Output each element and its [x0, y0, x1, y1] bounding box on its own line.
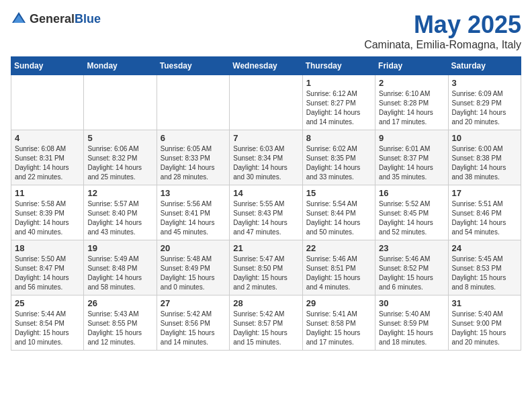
day-info: Sunrise: 5:58 AM Sunset: 8:39 PM Dayligh… — [15, 199, 80, 237]
calendar-cell: 31Sunrise: 5:40 AM Sunset: 9:00 PM Dayli… — [448, 295, 521, 351]
calendar-cell: 24Sunrise: 5:45 AM Sunset: 8:53 PM Dayli… — [448, 240, 521, 295]
weekday-header-monday: Monday — [84, 57, 157, 75]
calendar-cell — [230, 75, 302, 130]
day-info: Sunrise: 5:51 AM Sunset: 8:46 PM Dayligh… — [452, 199, 517, 237]
day-number: 3 — [452, 78, 517, 88]
weekday-header-saturday: Saturday — [448, 57, 521, 75]
day-number: 18 — [15, 243, 80, 253]
logo-general-text: General — [30, 12, 75, 26]
day-number: 21 — [233, 243, 298, 253]
day-info: Sunrise: 5:40 AM Sunset: 8:59 PM Dayligh… — [379, 310, 444, 347]
day-info: Sunrise: 5:40 AM Sunset: 9:00 PM Dayligh… — [452, 310, 517, 347]
calendar-cell: 4Sunrise: 6:08 AM Sunset: 8:31 PM Daylig… — [11, 130, 84, 185]
calendar-cell — [84, 75, 157, 130]
calendar-cell: 9Sunrise: 6:01 AM Sunset: 8:37 PM Daylig… — [375, 130, 448, 185]
weekday-header-row: SundayMondayTuesdayWednesdayThursdayFrid… — [11, 57, 521, 75]
day-info: Sunrise: 5:48 AM Sunset: 8:49 PM Dayligh… — [161, 255, 226, 292]
day-number: 6 — [161, 133, 226, 143]
day-info: Sunrise: 6:03 AM Sunset: 8:34 PM Dayligh… — [233, 144, 298, 182]
calendar-cell: 20Sunrise: 5:48 AM Sunset: 8:49 PM Dayli… — [157, 240, 229, 295]
calendar-week-row: 4Sunrise: 6:08 AM Sunset: 8:31 PM Daylig… — [11, 130, 521, 185]
day-number: 20 — [161, 243, 226, 253]
calendar-cell: 27Sunrise: 5:42 AM Sunset: 8:56 PM Dayli… — [157, 295, 229, 351]
day-number: 24 — [452, 243, 517, 253]
weekday-header-tuesday: Tuesday — [157, 57, 229, 75]
day-number: 11 — [15, 188, 80, 198]
calendar-cell: 29Sunrise: 5:41 AM Sunset: 8:58 PM Dayli… — [302, 295, 375, 351]
day-info: Sunrise: 5:42 AM Sunset: 8:56 PM Dayligh… — [161, 310, 226, 347]
calendar-cell: 25Sunrise: 5:44 AM Sunset: 8:54 PM Dayli… — [11, 295, 84, 351]
calendar-cell: 15Sunrise: 5:54 AM Sunset: 8:44 PM Dayli… — [302, 185, 375, 240]
day-number: 14 — [233, 188, 298, 198]
calendar-cell: 13Sunrise: 5:56 AM Sunset: 8:41 PM Dayli… — [157, 185, 229, 240]
day-info: Sunrise: 6:12 AM Sunset: 8:27 PM Dayligh… — [306, 89, 371, 127]
calendar-cell: 1Sunrise: 6:12 AM Sunset: 8:27 PM Daylig… — [302, 75, 375, 130]
calendar-cell: 21Sunrise: 5:47 AM Sunset: 8:50 PM Dayli… — [230, 240, 302, 295]
day-number: 28 — [233, 298, 298, 308]
day-number: 17 — [452, 188, 517, 198]
logo: GeneralBlue — [11, 11, 101, 27]
day-info: Sunrise: 5:42 AM Sunset: 8:57 PM Dayligh… — [233, 310, 298, 347]
day-number: 16 — [379, 188, 444, 198]
logo-icon — [11, 11, 27, 27]
calendar-cell: 17Sunrise: 5:51 AM Sunset: 8:46 PM Dayli… — [448, 185, 521, 240]
day-info: Sunrise: 5:46 AM Sunset: 8:52 PM Dayligh… — [379, 255, 444, 292]
calendar-cell: 19Sunrise: 5:49 AM Sunset: 8:48 PM Dayli… — [84, 240, 157, 295]
day-number: 9 — [379, 133, 444, 143]
calendar-cell — [11, 75, 84, 130]
calendar-cell: 5Sunrise: 6:06 AM Sunset: 8:32 PM Daylig… — [84, 130, 157, 185]
calendar-cell: 11Sunrise: 5:58 AM Sunset: 8:39 PM Dayli… — [11, 185, 84, 240]
day-info: Sunrise: 5:54 AM Sunset: 8:44 PM Dayligh… — [306, 199, 371, 237]
day-number: 13 — [161, 188, 226, 198]
calendar-cell: 16Sunrise: 5:52 AM Sunset: 8:45 PM Dayli… — [375, 185, 448, 240]
calendar-cell: 28Sunrise: 5:42 AM Sunset: 8:57 PM Dayli… — [230, 295, 302, 351]
day-number: 4 — [15, 133, 80, 143]
day-number: 26 — [87, 298, 152, 308]
day-number: 25 — [15, 298, 80, 308]
calendar-cell: 6Sunrise: 6:05 AM Sunset: 8:33 PM Daylig… — [157, 130, 229, 185]
calendar-cell: 30Sunrise: 5:40 AM Sunset: 8:59 PM Dayli… — [375, 295, 448, 351]
day-number: 10 — [452, 133, 517, 143]
day-number: 22 — [306, 243, 371, 253]
day-info: Sunrise: 5:41 AM Sunset: 8:58 PM Dayligh… — [306, 310, 371, 347]
day-info: Sunrise: 5:47 AM Sunset: 8:50 PM Dayligh… — [233, 255, 298, 292]
day-info: Sunrise: 6:09 AM Sunset: 8:29 PM Dayligh… — [452, 89, 517, 127]
day-info: Sunrise: 5:44 AM Sunset: 8:54 PM Dayligh… — [15, 310, 80, 347]
weekday-header-wednesday: Wednesday — [230, 57, 302, 75]
calendar-table: SundayMondayTuesdayWednesdayThursdayFrid… — [11, 56, 521, 351]
day-info: Sunrise: 5:43 AM Sunset: 8:55 PM Dayligh… — [87, 310, 152, 347]
calendar-week-row: 11Sunrise: 5:58 AM Sunset: 8:39 PM Dayli… — [11, 185, 521, 240]
title-area: May 2025 Caminata, Emilia-Romagna, Italy — [364, 11, 521, 51]
calendar-cell: 23Sunrise: 5:46 AM Sunset: 8:52 PM Dayli… — [375, 240, 448, 295]
day-number: 1 — [306, 78, 371, 88]
weekday-header-thursday: Thursday — [302, 57, 375, 75]
day-info: Sunrise: 5:56 AM Sunset: 8:41 PM Dayligh… — [161, 199, 226, 237]
day-info: Sunrise: 5:45 AM Sunset: 8:53 PM Dayligh… — [452, 255, 517, 292]
day-info: Sunrise: 6:00 AM Sunset: 8:38 PM Dayligh… — [452, 144, 517, 182]
logo-blue-text: Blue — [75, 12, 101, 26]
calendar-cell: 26Sunrise: 5:43 AM Sunset: 8:55 PM Dayli… — [84, 295, 157, 351]
day-info: Sunrise: 5:49 AM Sunset: 8:48 PM Dayligh… — [87, 255, 152, 292]
day-info: Sunrise: 6:01 AM Sunset: 8:37 PM Dayligh… — [379, 144, 444, 182]
day-info: Sunrise: 6:08 AM Sunset: 8:31 PM Dayligh… — [15, 144, 80, 182]
weekday-header-friday: Friday — [375, 57, 448, 75]
day-info: Sunrise: 6:06 AM Sunset: 8:32 PM Dayligh… — [87, 144, 152, 182]
day-number: 5 — [87, 133, 152, 143]
weekday-header-sunday: Sunday — [11, 57, 84, 75]
calendar-week-row: 1Sunrise: 6:12 AM Sunset: 8:27 PM Daylig… — [11, 75, 521, 130]
calendar-cell: 3Sunrise: 6:09 AM Sunset: 8:29 PM Daylig… — [448, 75, 521, 130]
day-number: 12 — [87, 188, 152, 198]
calendar-cell: 12Sunrise: 5:57 AM Sunset: 8:40 PM Dayli… — [84, 185, 157, 240]
day-info: Sunrise: 5:50 AM Sunset: 8:47 PM Dayligh… — [15, 255, 80, 292]
day-number: 15 — [306, 188, 371, 198]
calendar-cell: 8Sunrise: 6:02 AM Sunset: 8:35 PM Daylig… — [302, 130, 375, 185]
day-info: Sunrise: 5:52 AM Sunset: 8:45 PM Dayligh… — [379, 199, 444, 237]
day-number: 23 — [379, 243, 444, 253]
calendar-cell: 2Sunrise: 6:10 AM Sunset: 8:28 PM Daylig… — [375, 75, 448, 130]
day-info: Sunrise: 5:57 AM Sunset: 8:40 PM Dayligh… — [87, 199, 152, 237]
calendar-cell: 14Sunrise: 5:55 AM Sunset: 8:43 PM Dayli… — [230, 185, 302, 240]
month-title: May 2025 — [364, 11, 521, 39]
day-number: 19 — [87, 243, 152, 253]
calendar-week-row: 25Sunrise: 5:44 AM Sunset: 8:54 PM Dayli… — [11, 295, 521, 351]
day-number: 7 — [233, 133, 298, 143]
